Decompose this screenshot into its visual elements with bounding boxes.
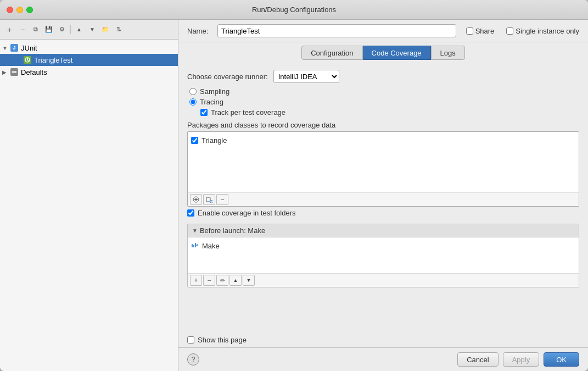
- show-page-checkbox[interactable]: [187, 336, 194, 344]
- pkg-add-class-button[interactable]: [203, 194, 215, 205]
- show-page-label: Show this page: [198, 336, 247, 344]
- packages-section: Packages and classes to record coverage …: [187, 121, 579, 217]
- settings-config-button[interactable]: ⚙: [56, 24, 68, 36]
- arrow-down-icon: ▼: [89, 26, 95, 32]
- arrow-up-icon: ▲: [76, 26, 82, 32]
- save-config-button[interactable]: 💾: [43, 24, 55, 36]
- minimize-button[interactable]: [16, 7, 23, 13]
- launch-up-icon: ▲: [233, 278, 238, 283]
- launch-add-button[interactable]: +: [190, 275, 202, 286]
- track-per-test-label: Track per test coverage: [211, 108, 285, 117]
- svg-rect-3: [12, 71, 16, 72]
- remove-config-button[interactable]: −: [16, 24, 29, 36]
- packages-list-container: Triangle: [187, 131, 579, 207]
- gear-icon: ⚙: [59, 26, 65, 33]
- before-launch-section: ▼ Before launch: Make: [187, 224, 579, 287]
- tracing-label: Tracing: [200, 98, 223, 106]
- svg-marker-15: [196, 243, 198, 246]
- svg-rect-4: [12, 73, 16, 74]
- before-launch-header[interactable]: ▼ Before launch: Make: [188, 224, 579, 237]
- tab-code-coverage[interactable]: Code Coverage: [363, 46, 431, 60]
- junit-group-icon: J: [10, 43, 19, 52]
- traffic-lights: [7, 7, 33, 13]
- name-field-label: Name:: [187, 27, 212, 35]
- launch-down-button[interactable]: ▼: [243, 275, 255, 286]
- tab-logs[interactable]: Logs: [431, 46, 465, 60]
- help-button[interactable]: ?: [187, 353, 199, 366]
- sidebar-item-label-defaults: Defaults: [21, 68, 47, 76]
- add-class-icon: [206, 196, 212, 203]
- tabs-row: Configuration Code Coverage Logs: [178, 42, 588, 63]
- track-per-test-row: Track per test coverage: [189, 108, 579, 117]
- save-icon: 💾: [45, 26, 53, 33]
- name-input[interactable]: [217, 24, 456, 37]
- launch-toolbar: + − ✏ ▲ ▼: [188, 273, 579, 287]
- pkg-remove-button[interactable]: −: [216, 194, 228, 205]
- sidebar-item-triangle-test[interactable]: TriangleTest: [0, 54, 178, 66]
- coverage-runner-select[interactable]: IntelliJ IDEAJaCoCoEmma: [273, 70, 339, 83]
- move-up-button[interactable]: ▲: [73, 24, 85, 36]
- sidebar-item-defaults[interactable]: ▶ Defaults: [0, 66, 178, 78]
- sort-button[interactable]: ⇅: [113, 24, 125, 36]
- tab-configuration[interactable]: Configuration: [301, 46, 362, 60]
- bottom-bar: ? Cancel Apply OK: [178, 347, 588, 371]
- tracing-row: Tracing: [189, 98, 579, 106]
- packages-section-label: Packages and classes to record coverage …: [187, 121, 579, 129]
- maximize-button[interactable]: [26, 7, 33, 13]
- minus-icon: −: [20, 25, 25, 34]
- single-instance-label: Single instance only: [516, 27, 579, 35]
- cancel-button[interactable]: Cancel: [457, 352, 498, 367]
- enable-coverage-label: Enable coverage in test folders: [198, 209, 296, 217]
- package-triangle-name: Triangle: [201, 136, 227, 145]
- remove-icon: −: [220, 196, 224, 203]
- launch-remove-icon: −: [207, 276, 211, 284]
- window-title: Run/Debug Configurations: [252, 5, 336, 14]
- launch-add-icon: +: [194, 276, 198, 284]
- enable-coverage-checkbox[interactable]: [187, 209, 194, 217]
- expand-arrow-junit: ▼: [2, 45, 10, 51]
- packages-toolbar: −: [188, 192, 579, 206]
- single-instance-checkbox[interactable]: [506, 27, 513, 35]
- sampling-label: Sampling: [200, 87, 229, 96]
- question-mark-icon: ?: [192, 356, 195, 363]
- move-to-folder-button[interactable]: 📁: [99, 24, 111, 36]
- close-button[interactable]: [7, 7, 13, 13]
- share-label: Share: [475, 27, 495, 35]
- plus-icon: +: [7, 25, 12, 34]
- packages-list: Triangle: [188, 132, 579, 192]
- name-row: Name: Share Single instance only: [178, 20, 588, 42]
- sampling-radio[interactable]: [189, 88, 197, 95]
- single-instance-area: Single instance only: [506, 27, 579, 35]
- move-down-button[interactable]: ▼: [86, 24, 98, 36]
- before-launch-list: Make: [188, 237, 579, 273]
- share-area: Share: [466, 27, 495, 35]
- sidebar-toolbar: + − ⧉ 💾 ⚙ ▲ ▼: [0, 20, 178, 40]
- package-triangle-checkbox[interactable]: [191, 137, 198, 144]
- launch-edit-button[interactable]: ✏: [216, 275, 228, 286]
- before-launch-arrow-icon: ▼: [192, 228, 198, 234]
- tracing-radio[interactable]: [189, 98, 197, 106]
- before-launch-title: Before launch: Make: [200, 226, 265, 235]
- show-page-row: Show this page: [178, 333, 588, 347]
- svg-rect-14: [195, 243, 196, 247]
- add-config-button[interactable]: +: [3, 24, 15, 36]
- copy-icon: ⧉: [33, 26, 38, 33]
- launch-item-make-label: Make: [202, 242, 220, 250]
- main-window: Run/Debug Configurations + − ⧉ 💾 ⚙: [0, 0, 588, 371]
- sidebar-tree: ▼ J JUnit TriangleTest: [0, 40, 178, 371]
- launch-remove-button[interactable]: −: [203, 275, 215, 286]
- launch-up-button[interactable]: ▲: [229, 275, 242, 286]
- tab-content-code-coverage: Choose coverage runner: IntelliJ IDEAJaC…: [178, 63, 588, 333]
- title-bar: Run/Debug Configurations: [0, 0, 588, 20]
- track-per-test-checkbox[interactable]: [200, 109, 208, 116]
- main-content: + − ⧉ 💾 ⚙ ▲ ▼: [0, 20, 588, 371]
- ok-button[interactable]: OK: [544, 352, 579, 367]
- sidebar-item-junit-group[interactable]: ▼ J JUnit: [0, 42, 178, 54]
- radio-group: Sampling Tracing Track per test coverage: [187, 87, 579, 117]
- share-checkbox[interactable]: [466, 27, 473, 35]
- svg-rect-8: [206, 197, 210, 202]
- copy-config-button[interactable]: ⧉: [30, 24, 42, 36]
- pkg-add-button[interactable]: [190, 194, 202, 205]
- apply-button[interactable]: Apply: [503, 352, 540, 367]
- launch-item-make: Make: [190, 240, 576, 252]
